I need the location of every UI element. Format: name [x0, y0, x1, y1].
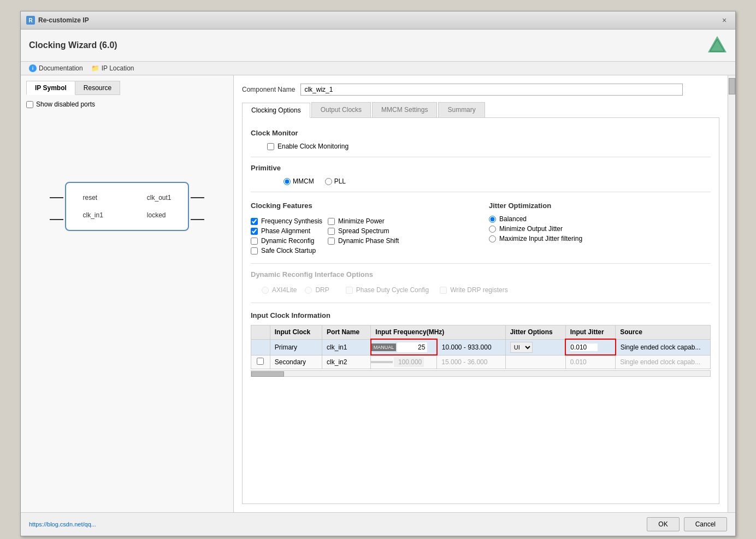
documentation-link[interactable]: i Documentation — [29, 64, 83, 72]
left-panel: IP Symbol Resource Show disabled ports — [21, 75, 234, 512]
spread-spectrum-row: Spread Spectrum — [328, 227, 399, 235]
show-disabled-checkbox[interactable] — [26, 101, 33, 108]
locked-pin-line — [191, 219, 204, 220]
tab-clocking-options[interactable]: Clocking Options — [242, 103, 310, 118]
dynamic-phase-shift-checkbox[interactable] — [328, 238, 335, 245]
enable-clock-monitoring-checkbox[interactable] — [267, 143, 274, 150]
horiz-scrollbar-thumb[interactable] — [251, 371, 284, 377]
reset-pin-line — [50, 197, 63, 198]
dynamic-reconfig-checkbox[interactable] — [251, 238, 258, 245]
input-clock-section: Input Clock Information Input Clock Port… — [251, 311, 711, 377]
drp-option: DRP — [305, 286, 329, 294]
scrollbar-thumb[interactable] — [729, 78, 735, 94]
secondary-freq-range-cell: 15.000 - 36.000 — [437, 355, 505, 369]
write-drp-checkbox — [440, 287, 447, 294]
ok-button[interactable]: OK — [647, 517, 679, 531]
col-port-name: Port Name — [322, 325, 371, 340]
ip-location-link[interactable]: 📁 IP Location — [91, 64, 134, 72]
phase-alignment-row: Phase Alignment — [251, 227, 322, 235]
tab-summary[interactable]: Summary — [438, 102, 485, 117]
right-scrollbar[interactable] — [728, 75, 735, 512]
axi4lite-option: AXI4Lite — [262, 286, 297, 294]
primary-freq-range-cell: 10.000 - 933.000 — [437, 339, 505, 355]
safe-clock-checkbox[interactable] — [251, 247, 258, 254]
component-name-label: Component Name — [242, 86, 295, 93]
dynamic-reconfig-row: Dynamic Reconfig — [251, 237, 322, 245]
maximize-input-filtering-radio[interactable] — [489, 235, 496, 242]
component-name-input[interactable] — [300, 84, 683, 96]
clk-in1-pin-line — [50, 219, 63, 220]
minimize-output-jitter-row: Minimize Output Jitter — [489, 225, 711, 233]
balanced-radio[interactable] — [489, 216, 496, 223]
primary-jitter-select[interactable]: UI PS — [510, 342, 533, 353]
tab-mmcm-settings[interactable]: MMCM Settings — [372, 102, 437, 117]
logo — [708, 35, 727, 56]
info-icon: i — [29, 64, 37, 72]
phase-alignment-checkbox[interactable] — [251, 228, 258, 235]
mmcm-radio[interactable] — [284, 178, 291, 185]
col-input-jitter: Input Jitter — [565, 325, 615, 340]
folder-icon: 📁 — [91, 64, 99, 72]
primary-jitter-options-cell: UI PS — [505, 339, 565, 355]
right-panel: Component Name Clocking Options Output C… — [234, 75, 728, 512]
spread-spectrum-checkbox[interactable] — [328, 228, 335, 235]
window-title: Re-customize IP — [38, 16, 89, 24]
secondary-jitter-options-cell — [505, 355, 565, 369]
col-freq: Input Frequency(MHz) — [371, 325, 505, 340]
manual-button[interactable]: MANUAL — [371, 343, 397, 351]
primary-freq-input[interactable] — [397, 342, 427, 352]
primary-input-jitter-input[interactable] — [570, 343, 598, 351]
divider-1 — [251, 157, 711, 157]
primary-freq-cell: MANUAL — [371, 339, 437, 355]
pll-option[interactable]: PLL — [325, 177, 346, 185]
locked-label: locked — [147, 211, 172, 219]
features-col-1: Frequency Synthesis Phase Alignment Dyna… — [251, 215, 322, 257]
dynamic-reconfig-label: Dynamic Reconfig — [261, 237, 314, 245]
show-disabled-label: Show disabled ports — [36, 100, 95, 108]
spread-spectrum-label: Spread Spectrum — [338, 227, 389, 235]
freq-synthesis-row: Frequency Synthesis — [251, 217, 322, 225]
features-col-2: Minimize Power Spread Spectrum Dynamic P… — [328, 215, 399, 257]
footer-link: https://blog.csdn.net/qq... — [29, 521, 96, 528]
freq-synthesis-label: Frequency Synthesis — [261, 217, 322, 225]
axi4lite-label: AXI4Lite — [272, 286, 297, 294]
write-drp-option: Write DRP registers — [440, 286, 508, 294]
minimize-power-row: Minimize Power — [328, 217, 399, 225]
horiz-scroll-area — [251, 370, 711, 377]
col-check — [251, 325, 270, 340]
col-input-clock: Input Clock — [270, 325, 322, 340]
tab-ip-symbol[interactable]: IP Symbol — [26, 81, 75, 95]
secondary-input-clock-cell: Secondary — [270, 355, 322, 369]
close-button[interactable]: × — [719, 15, 730, 26]
balanced-label: Balanced — [499, 215, 527, 223]
drp-label: DRP — [315, 286, 329, 294]
minimize-power-checkbox[interactable] — [328, 218, 335, 225]
secondary-manual-btn — [371, 361, 393, 363]
tab-output-clocks[interactable]: Output Clocks — [311, 102, 371, 117]
option-tabs: Clocking Options Output Clocks MMCM Sett… — [242, 102, 719, 118]
dynamic-phase-shift-label: Dynamic Phase Shift — [338, 237, 399, 245]
pll-radio[interactable] — [325, 178, 332, 185]
secondary-source-cell: Single ended clock capab... — [616, 355, 711, 369]
freq-synthesis-checkbox[interactable] — [251, 218, 258, 225]
minimize-output-jitter-radio[interactable] — [489, 226, 496, 233]
primary-port-name-cell: clk_in1 — [322, 339, 371, 355]
phase-duty-label: Phase Duty Cycle Config — [356, 286, 429, 294]
secondary-freq-input — [394, 357, 424, 367]
primary-input-jitter-cell — [565, 339, 615, 355]
dynamic-reconfig-section: Dynamic Reconfig Interface Options AXI4L… — [251, 270, 711, 296]
phase-alignment-label: Phase Alignment — [261, 227, 310, 235]
secondary-checkbox[interactable] — [257, 358, 264, 365]
left-tab-bar: IP Symbol Resource — [26, 81, 228, 95]
cancel-button[interactable]: Cancel — [684, 517, 727, 531]
primary-source-cell: Single ended clock capab... — [616, 339, 711, 355]
main-title: Clocking Wizard (6.0) — [29, 40, 117, 50]
secondary-check-cell — [251, 355, 270, 369]
mmcm-option[interactable]: MMCM — [284, 177, 314, 185]
enable-clock-monitoring-row: Enable Clock Monitoring — [267, 143, 711, 150]
tab-resource[interactable]: Resource — [75, 81, 120, 95]
table-row: Primary clk_in1 MANUAL 10.000 - 933.000 — [251, 339, 711, 355]
toolbar: i Documentation 📁 IP Location — [21, 62, 735, 75]
safe-clock-row: Safe Clock Startup — [251, 247, 322, 254]
phase-duty-option: Phase Duty Cycle Config — [346, 286, 429, 294]
